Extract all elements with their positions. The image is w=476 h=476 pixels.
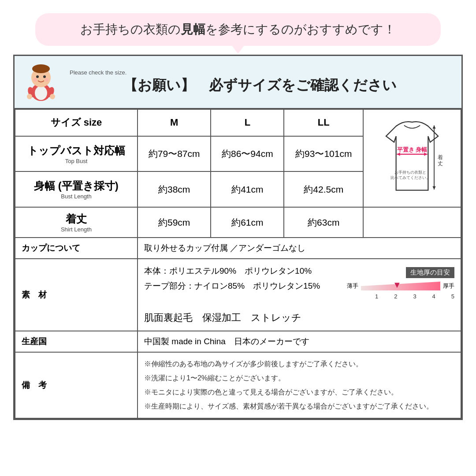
svg-text:着: 着: [438, 154, 443, 160]
speech-text: お手持ちの衣類の見幅を参考にするのがおすすめです！: [80, 22, 396, 36]
svg-point-10: [27, 94, 32, 99]
svg-marker-18: [432, 186, 435, 190]
size-l-header: L: [211, 109, 284, 136]
tshirt-diagram: 平置き 身幅 着 丈 お手持ちの衣類と 比べてみてください。: [368, 114, 456, 202]
svg-text:平置き 身幅: 平置き 身幅: [397, 146, 428, 153]
mascot-icon: [23, 62, 59, 102]
cup-label: カップについて: [15, 238, 138, 259]
shirt-length-l: 約61cm: [211, 207, 284, 238]
svg-point-11: [50, 94, 55, 99]
notes-label: 備 考: [15, 352, 138, 418]
notes-row: 備 考 ※伸縮性のある布地の為サイズが多少前後しますがご了承ください。 ※洗濯に…: [15, 352, 461, 418]
shirt-length-m: 約59cm: [138, 207, 211, 238]
table-header-row: サイズ size M L LL 平置き: [15, 109, 461, 136]
size-header-label: サイズ size: [15, 109, 138, 136]
bust-length-m: 約38cm: [138, 171, 211, 207]
header-row: Please check the size. 【お願い】 必ずサイズをご確認くだ…: [15, 56, 461, 109]
material-line2: テープ部分：ナイロン85% ポリウレタン15%: [144, 279, 320, 294]
bust-length-l: 約41cm: [211, 171, 284, 207]
shirt-length-label: 着丈 Shirt Length: [15, 207, 138, 238]
svg-text:丈: 丈: [438, 160, 443, 167]
fabric-bar: ▼: [361, 280, 440, 292]
svg-point-4: [36, 75, 39, 78]
bust-length-label: 身幅 (平置き採寸) Bust Length: [15, 171, 138, 207]
material-text: 本体：ポリエステル90% ポリウレタン10% テープ部分：ナイロン85% ポリウ…: [144, 264, 320, 326]
fabric-thickness-chart: 生地厚の目安 薄手 ▼ 厚手 1 2 3: [347, 267, 454, 300]
origin-label: 生産国: [15, 331, 138, 352]
svg-point-1: [35, 86, 47, 100]
notes-content: ※伸縮性のある布地の為サイズが多少前後しますがご了承ください。 ※洗濯により1〜…: [138, 352, 461, 418]
material-line3: 肌面裏起毛 保湿加工 ストレッチ: [144, 309, 320, 327]
diagram-cell: 平置き 身幅 着 丈 お手持ちの衣類と 比べてみてください。: [363, 109, 461, 207]
material-row: 素 材 本体：ポリエステル90% ポリウレタン10% テープ部分：ナイロン85%…: [15, 259, 461, 331]
top-bust-m: 約79〜87cm: [138, 136, 211, 172]
fabric-title: 生地厚の目安: [406, 267, 454, 278]
svg-point-3: [32, 64, 50, 73]
shirt-length-row: 着丈 Shirt Length 約59cm 約61cm 約63cm: [15, 207, 461, 238]
svg-marker-17: [432, 125, 435, 128]
note-4: ※生産時期により、サイズ感、素材質感が若干異なる場合がございますがご了承ください…: [144, 399, 454, 413]
please-check-label: Please check the size.: [70, 69, 453, 76]
material-label: 素 材: [15, 259, 138, 331]
cup-content: 取り外せるカップ付属 ／アンダーゴムなし: [138, 238, 461, 259]
main-wrapper: Please check the size. 【お願い】 必ずサイズをご確認くだ…: [13, 55, 463, 420]
scale-numbers: 1 2 3 4 5: [375, 293, 454, 300]
svg-point-5: [43, 75, 46, 78]
bust-length-ll: 約42.5cm: [284, 171, 363, 207]
size-m-header: M: [138, 109, 211, 136]
material-content: 本体：ポリエステル90% ポリウレタン10% テープ部分：ナイロン85% ポリウ…: [138, 259, 461, 331]
note-3: ※モニタにより実際の色と違って見える場合がございますが、ご了承ください。: [144, 385, 454, 399]
top-bust-ll: 約93〜101cm: [284, 136, 363, 172]
size-table: サイズ size M L LL 平置き: [15, 109, 461, 419]
svg-text:お手持ちの衣類と: お手持ちの衣類と: [394, 170, 426, 175]
shirt-length-ll: 約63cm: [284, 207, 363, 238]
speech-bubble: お手持ちの衣類の見幅を参考にするのがおすすめです！: [35, 13, 441, 46]
material-line1: 本体：ポリエステル90% ポリウレタン10%: [144, 264, 320, 279]
origin-row: 生産国 中国製 made in China 日本のメーカーです: [15, 331, 461, 352]
top-bust-l: 約86〜94cm: [211, 136, 284, 172]
thick-label: 厚手: [443, 282, 454, 290]
size-ll-header: LL: [284, 109, 363, 136]
size-diagram: 平置き 身幅 着 丈 お手持ちの衣類と 比べてみてください。: [368, 114, 456, 202]
thin-label: 薄手: [347, 282, 358, 290]
svg-point-7: [45, 78, 48, 82]
svg-text:比べてみてください。: 比べてみてください。: [390, 175, 430, 180]
header-main-title: 【お願い】 必ずサイズをご確認ください: [67, 76, 453, 95]
top-bust-label: トップバスト対応幅 Top Bust: [15, 136, 138, 172]
fabric-marker-icon: ▼: [393, 280, 402, 290]
note-2: ※洗濯により1〜2%縮むことがございます。: [144, 371, 454, 385]
note-1: ※伸縮性のある布地の為サイズが多少前後しますがご了承ください。: [144, 357, 454, 371]
header-text-block: Please check the size. 【お願い】 必ずサイズをご確認くだ…: [67, 69, 453, 95]
notes-list: ※伸縮性のある布地の為サイズが多少前後しますがご了承ください。 ※洗濯により1〜…: [144, 357, 454, 413]
svg-point-6: [33, 78, 37, 82]
origin-content: 中国製 made in China 日本のメーカーです: [138, 331, 461, 352]
cup-row: カップについて 取り外せるカップ付属 ／アンダーゴムなし: [15, 238, 461, 259]
